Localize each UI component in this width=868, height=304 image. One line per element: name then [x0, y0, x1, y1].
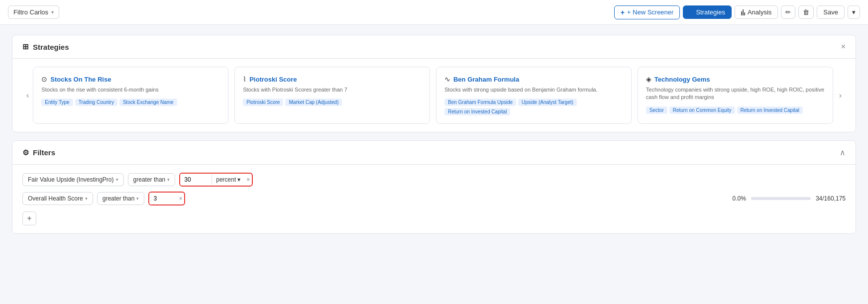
add-filter-button[interactable]: + — [22, 211, 36, 225]
card-title-4: Technology Gems — [654, 76, 710, 83]
filter-unit-1-chevron-icon: ▾ — [237, 176, 240, 183]
card-title-row: ⊙ Stocks On The Rise — [41, 75, 220, 83]
tag-sector: Sector — [646, 106, 667, 114]
filter-field-1-chevron-icon: ▾ — [116, 177, 118, 182]
screener-chevron-icon: ▾ — [51, 9, 54, 15]
tag-piotroski: Piotroski Score — [243, 99, 283, 106]
next-arrow-button[interactable]: › — [835, 89, 846, 102]
filter-operator-1[interactable]: greater than ▾ — [128, 173, 176, 186]
card-desc-1: Stocks on the rise with consistent 6-mon… — [41, 86, 220, 94]
tag-roic-3: Return on Invested Capital — [444, 108, 510, 115]
filter-value-1-input[interactable] — [182, 175, 210, 185]
new-screener-button[interactable]: + + New Screener — [614, 5, 680, 19]
analysis-label: Analysis — [748, 8, 771, 16]
card-desc-3: Stocks with strong upside based on Benja… — [444, 86, 623, 94]
filter-count-stat: 34/160,175 — [816, 195, 846, 202]
progress-bar — [751, 197, 811, 200]
save-chevron-icon: ▾ — [852, 8, 856, 16]
filter-operator-2-label: greater than — [103, 195, 135, 202]
card-tags-4: Sector Return on Common Equity Return on… — [646, 106, 825, 114]
card-title-row-4: ◈ Technology Gems — [646, 75, 825, 83]
filter-operator-2[interactable]: greater than ▾ — [97, 192, 145, 205]
card-title-1: Stocks On The Rise — [50, 76, 111, 83]
strategies-section: ⊞ Strategies × ‹ ⊙ Stocks On The Rise St… — [12, 35, 856, 132]
screener-name: Filtro Carlos — [13, 8, 48, 16]
strategies-label: Strategies — [696, 8, 725, 16]
filters-body: Fair Value Upside (InvestingPro) ▾ great… — [12, 165, 856, 233]
strategy-card-ben-graham[interactable]: ∿ Ben Graham Formula Stocks with strong … — [436, 67, 632, 124]
filters-header: ⚙ Filters ∧ — [12, 141, 856, 165]
strategies-title-text: Strategies — [33, 43, 69, 51]
tag-ben-graham-upside: Ben Graham Formula Upside — [444, 99, 516, 106]
save-button[interactable]: Save — [817, 5, 845, 19]
filter-value-2-input[interactable] — [149, 193, 177, 204]
bar-chart-icon — [741, 9, 745, 15]
filter-field-2-label: Overall Health Score — [28, 195, 83, 202]
card-icon-4: ◈ — [646, 75, 651, 83]
filter-operator-2-chevron-icon: ▾ — [136, 196, 139, 201]
analysis-button[interactable]: Analysis — [735, 5, 778, 19]
card-title-row-2: ⌇ Piotroski Score — [243, 75, 422, 83]
filters-title-text: Filters — [33, 148, 55, 157]
card-icon-3: ∿ — [444, 75, 450, 83]
strategies-close-button[interactable]: × — [841, 42, 846, 51]
top-bar: Filtro Carlos ▾ + + New Screener Strateg… — [0, 0, 868, 25]
strategy-card-tech-gems[interactable]: ◈ Technology Gems Technology companies w… — [638, 67, 833, 124]
card-desc-4: Technology companies with strong upside,… — [646, 86, 825, 101]
filter-clear-2-button[interactable]: × — [177, 194, 184, 203]
filter-field-1-label: Fair Value Upside (InvestingPro) — [28, 176, 114, 183]
filters-gear-icon: ⚙ — [22, 148, 29, 157]
strategies-icon: ⊞ — [22, 42, 29, 51]
tag-market-cap: Market Cap (Adjusted) — [285, 99, 342, 106]
strategies-button[interactable]: Strategies — [683, 5, 732, 19]
strategy-card-piotroski[interactable]: ⌇ Piotroski Score Stocks with Piotroski … — [234, 67, 430, 124]
card-title-3: Ben Graham Formula — [453, 76, 519, 83]
filter-value-unit-1-wrapper: percent ▾ × — [179, 173, 253, 187]
delete-button[interactable]: 🗑 — [798, 5, 814, 19]
filter-value-2-wrapper: × — [148, 192, 185, 205]
tag-roe: Return on Common Equity — [669, 106, 735, 114]
edit-button[interactable]: ✏ — [781, 5, 795, 19]
filter-operator-1-chevron-icon: ▾ — [167, 177, 170, 182]
plus-icon: + — [621, 8, 625, 16]
filter-unit-1-label: percent — [216, 176, 236, 183]
strategies-title: ⊞ Strategies — [22, 42, 69, 51]
tag-entity-type: Entity Type — [41, 99, 73, 106]
filters-title: ⚙ Filters — [22, 148, 55, 157]
filter-unit-1[interactable]: percent ▾ — [212, 174, 244, 185]
tag-trading-country: Trading Country — [75, 99, 117, 106]
filters-section: ⚙ Filters ∧ Fair Value Upside (Investing… — [12, 140, 856, 234]
main-content: ⊞ Strategies × ‹ ⊙ Stocks On The Rise St… — [0, 25, 868, 244]
cards-container: ‹ ⊙ Stocks On The Rise Stocks on the ris… — [12, 59, 856, 132]
tag-upside-analyst: Upside (Analyst Target) — [518, 99, 577, 106]
cards-list: ⊙ Stocks On The Rise Stocks on the rise … — [33, 67, 835, 124]
filter-value-1-wrap — [180, 174, 212, 186]
strategy-card-stocks-on-rise[interactable]: ⊙ Stocks On The Rise Stocks on the rise … — [33, 67, 228, 124]
tag-roic-4: Return on Invested Capital — [737, 106, 803, 114]
filter-percent-stat: 0.0% — [733, 195, 746, 202]
edit-icon: ✏ — [785, 8, 791, 16]
card-tags-2: Piotroski Score Market Cap (Adjusted) — [243, 99, 422, 106]
prev-arrow-button[interactable]: ‹ — [22, 89, 33, 102]
card-tags-3: Ben Graham Formula Upside Upside (Analys… — [444, 99, 623, 115]
card-tags-1: Entity Type Trading Country Stock Exchan… — [41, 99, 220, 106]
save-label: Save — [823, 8, 838, 16]
trash-icon: 🗑 — [803, 8, 809, 16]
add-icon: + — [27, 214, 31, 223]
filter-field-1[interactable]: Fair Value Upside (InvestingPro) ▾ — [22, 173, 124, 186]
card-desc-2: Stocks with Piotroski Scores greater tha… — [243, 86, 422, 94]
filters-collapse-button[interactable]: ∧ — [840, 148, 846, 157]
card-icon-2: ⌇ — [243, 75, 246, 83]
filter-stats: 0.0% 34/160,175 — [733, 195, 846, 202]
filter-clear-1-button[interactable]: × — [244, 175, 252, 184]
card-title-row-3: ∿ Ben Graham Formula — [444, 75, 623, 83]
new-screener-label: + New Screener — [627, 8, 674, 16]
dot-icon — [689, 10, 693, 14]
save-dropdown-button[interactable]: ▾ — [848, 5, 860, 19]
screener-dropdown[interactable]: Filtro Carlos ▾ — [8, 5, 59, 19]
top-bar-right: + + New Screener Strategies Analysis ✏ 🗑… — [614, 5, 860, 19]
filter-field-2[interactable]: Overall Health Score ▾ — [22, 192, 93, 205]
strategies-header: ⊞ Strategies × — [12, 35, 856, 59]
tag-stock-exchange: Stock Exchange Name — [119, 99, 177, 106]
filter-operator-1-label: greater than — [133, 176, 166, 183]
